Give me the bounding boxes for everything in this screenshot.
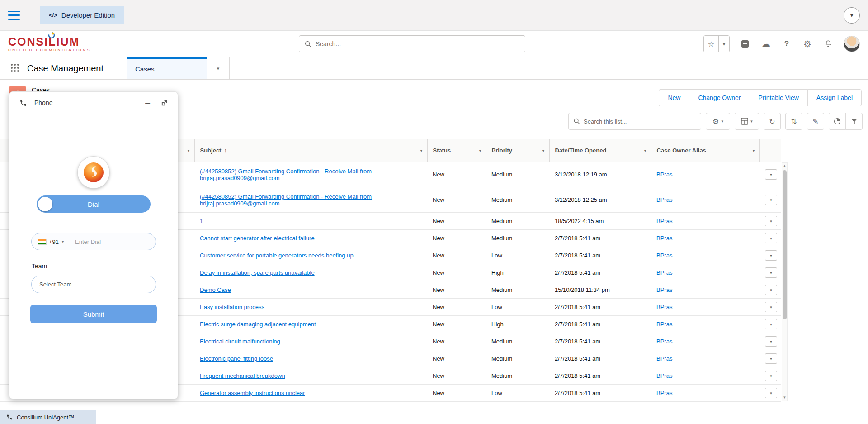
subject-link[interactable]: Electronic panel fitting loose — [200, 355, 273, 362]
scroll-down-icon[interactable]: ▼ — [783, 395, 787, 401]
owner-link[interactable]: BPras — [656, 196, 672, 203]
phone-icon — [19, 99, 27, 107]
column-header-priority[interactable]: Priority▾ — [486, 139, 549, 162]
global-actions-icon[interactable] — [740, 38, 750, 49]
minimize-icon[interactable]: ─ — [145, 99, 150, 107]
user-avatar[interactable] — [844, 36, 860, 52]
tab-menu-chevron-icon[interactable]: ▾ — [207, 57, 230, 79]
country-chevron-icon[interactable]: ▾ — [61, 240, 65, 244]
subject-link[interactable]: Electrical circuit malfunctioning — [200, 338, 280, 345]
owner-link[interactable]: BPras — [656, 390, 672, 396]
priority-cell: Medium — [486, 350, 549, 367]
row-actions-button[interactable]: ▾ — [765, 250, 777, 261]
uniagent-dock-item[interactable]: Consilium UniAgent™ — [0, 410, 96, 424]
subject-link[interactable]: Customer service for portable generators… — [200, 252, 354, 259]
owner-link[interactable]: BPras — [656, 269, 672, 276]
setup-gear-icon[interactable]: ⚙ — [802, 38, 813, 49]
tab-cases[interactable]: Cases — [127, 57, 207, 79]
edit-pencil-icon[interactable]: ✎ — [807, 113, 824, 130]
charts-pie-icon[interactable] — [829, 113, 846, 130]
scroll-up-icon[interactable]: ▲ — [783, 163, 787, 169]
filter-funnel-icon[interactable] — [845, 113, 863, 130]
owner-link[interactable]: BPras — [656, 286, 672, 293]
chevron-down-icon[interactable]: ▾ — [752, 148, 755, 153]
owner-link[interactable]: BPras — [656, 304, 672, 310]
owner-link[interactable]: BPras — [656, 235, 672, 242]
column-header-date-opened[interactable]: Date/Time Opened▾ — [549, 139, 651, 162]
chevron-down-icon[interactable]: ▾ — [187, 148, 189, 153]
hamburger-menu-icon[interactable] — [8, 11, 20, 20]
cloud-upload-icon[interactable]: ☁ — [760, 38, 771, 49]
owner-link[interactable]: BPras — [656, 252, 672, 259]
owner-link[interactable]: BPras — [656, 338, 672, 345]
owner-link[interactable]: BPras — [656, 321, 672, 328]
chevron-down-icon[interactable]: ▾ — [479, 148, 481, 153]
chevron-down-icon[interactable]: ▾ — [542, 148, 544, 153]
priority-cell: Medium — [486, 230, 549, 247]
subject-link[interactable]: (#442580852) Gmail Forwarding Confirmati… — [200, 193, 372, 207]
help-icon[interactable]: ? — [781, 38, 792, 49]
subject-link[interactable]: (#442580852) Gmail Forwarding Confirmati… — [200, 168, 372, 181]
popout-icon[interactable] — [161, 100, 168, 106]
subject-link[interactable]: Electric surge damaging adjacent equipme… — [200, 321, 316, 328]
row-actions-button[interactable]: ▾ — [765, 336, 777, 347]
owner-link[interactable]: BPras — [656, 171, 672, 178]
subject-link[interactable]: Demo Case — [200, 286, 231, 293]
list-search-input[interactable] — [584, 118, 696, 125]
status-cell: New — [427, 316, 486, 333]
row-actions-button[interactable]: ▾ — [765, 353, 777, 364]
global-search-input[interactable] — [316, 40, 519, 48]
column-header-subject[interactable]: Subject↑▾ — [194, 139, 427, 162]
sort-icon[interactable]: ⇅ — [785, 113, 802, 130]
owner-link[interactable]: BPras — [656, 218, 672, 224]
printable-view-button[interactable]: Printable View — [750, 89, 808, 106]
table-scrollbar[interactable]: ▲ ▼ — [782, 162, 788, 401]
priority-cell: Medium — [486, 333, 549, 350]
subject-link[interactable]: Cannot start generator after electrical … — [200, 235, 315, 242]
row-actions-button[interactable]: ▾ — [765, 169, 777, 180]
assign-label-button[interactable]: Assign Label — [807, 89, 862, 106]
utility-chevron-button[interactable]: ▾ — [844, 7, 860, 24]
chevron-down-icon: ▾ — [770, 357, 772, 361]
refresh-icon[interactable]: ↻ — [764, 113, 781, 130]
subject-link[interactable]: Frequent mechanical breakdown — [200, 372, 285, 379]
row-actions-button[interactable]: ▾ — [765, 233, 777, 243]
priority-cell: Medium — [486, 213, 549, 230]
row-actions-button[interactable]: ▾ — [765, 285, 777, 295]
list-settings-gear-icon[interactable]: ⚙▾ — [706, 113, 730, 130]
change-owner-button[interactable]: Change Owner — [689, 89, 750, 106]
row-actions-button[interactable]: ▾ — [765, 216, 777, 226]
row-actions-button[interactable]: ▾ — [765, 371, 777, 381]
column-header-status[interactable]: Status▾ — [427, 139, 486, 162]
team-select[interactable]: Select Team — [31, 276, 156, 293]
subject-link[interactable]: Generator assembly instructions unclear — [200, 390, 305, 396]
opened-cell: 3/12/2018 12:19 am — [549, 162, 651, 187]
row-actions-button[interactable]: ▾ — [765, 302, 777, 312]
brand-swirl-icon — [48, 32, 55, 40]
owner-link[interactable]: BPras — [656, 355, 672, 362]
display-as-table-icon[interactable]: ▾ — [735, 113, 759, 130]
row-actions-button[interactable]: ▾ — [765, 195, 777, 205]
phone-widget-header: Phone ─ — [9, 92, 178, 114]
subject-link[interactable]: Easy installation process — [200, 304, 264, 310]
dial-number-input[interactable] — [75, 238, 134, 245]
app-launcher-icon[interactable] — [10, 63, 20, 73]
notifications-bell-icon[interactable] — [823, 38, 834, 49]
dial-toggle[interactable]: Dial — [37, 195, 151, 213]
row-actions-button[interactable]: ▾ — [765, 388, 777, 398]
uniagent-label: Consilium UniAgent™ — [17, 414, 74, 421]
submit-button[interactable]: Submit — [30, 305, 157, 323]
chevron-down-icon[interactable]: ▾ — [644, 148, 646, 153]
new-button[interactable]: New — [659, 89, 689, 106]
favorite-star-icon[interactable]: ☆ — [704, 36, 718, 52]
row-actions-button[interactable]: ▾ — [765, 319, 777, 329]
subject-link[interactable]: Delay in installation; spare parts unava… — [200, 269, 315, 276]
priority-cell: Medium — [486, 162, 549, 187]
column-header-owner-alias[interactable]: Case Owner Alias▾ — [651, 139, 760, 162]
scrollbar-thumb[interactable] — [783, 170, 787, 319]
favorites-chevron-icon[interactable]: ▾ — [718, 36, 729, 52]
row-actions-button[interactable]: ▾ — [765, 267, 777, 278]
subject-link[interactable]: 1 — [200, 218, 203, 224]
owner-link[interactable]: BPras — [656, 372, 672, 379]
chevron-down-icon[interactable]: ▾ — [420, 148, 422, 153]
